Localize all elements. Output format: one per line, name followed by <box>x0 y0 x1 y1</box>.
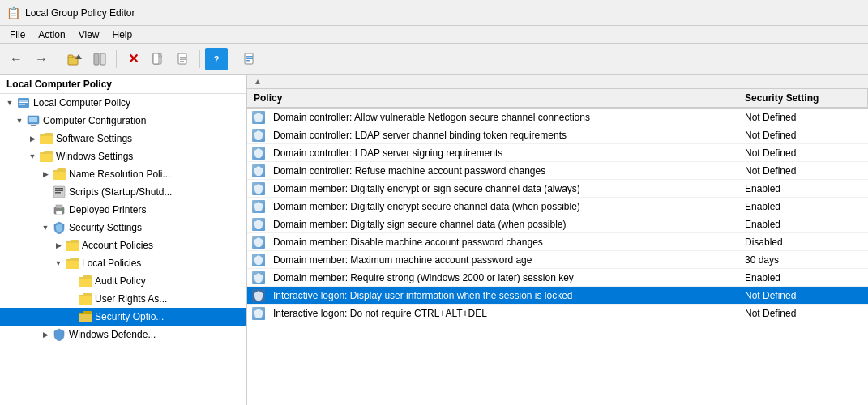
list-content[interactable]: Domain controller: Allow vulnerable Netl… <box>247 109 868 405</box>
folder-icon-windows <box>39 150 53 163</box>
expander-windows-defender[interactable]: ▶ <box>39 328 52 341</box>
svg-rect-30 <box>56 211 62 215</box>
defender-icon <box>52 328 66 341</box>
toolbar-separator-4 <box>233 50 233 68</box>
tree-label-local-policies: Local Policies <box>82 258 141 269</box>
policy-icon-12 <box>252 307 265 320</box>
row-icon-2 <box>247 129 270 142</box>
menu-help[interactable]: Help <box>106 28 139 42</box>
tree-item-scripts[interactable]: ▶ Scripts (Startup/Shutd... <box>0 183 246 201</box>
list-row-9[interactable]: Domain member: Maximum machine account p… <box>247 251 868 269</box>
printer-icon <box>52 203 66 216</box>
policy-icon-1 <box>252 111 265 124</box>
expander-local-computer[interactable]: ▼ <box>3 96 16 109</box>
expander-software-settings[interactable]: ▶ <box>26 132 39 145</box>
row-policy-name-7: Domain member: Digitally sign secure cha… <box>270 219 738 230</box>
row-security-val-11: Not Defined <box>738 290 868 301</box>
tree-label-security-options: Security Optio... <box>95 311 164 322</box>
policy-icon-10 <box>252 271 265 284</box>
import-button[interactable] <box>172 48 195 70</box>
tree-content[interactable]: ▼ Local Computer Policy ▼ Computer Confi… <box>0 94 246 405</box>
list-row-12[interactable]: Interactive logon: Do not require CTRL+A… <box>247 305 868 322</box>
tree-label-security-settings: Security Settings <box>69 222 142 233</box>
list-row-5[interactable]: Domain member: Digitally encrypt or sign… <box>247 180 868 198</box>
svg-rect-10 <box>180 58 186 60</box>
list-row-3[interactable]: Domain controller: LDAP server signing r… <box>247 144 868 162</box>
row-security-val-5: Enabled <box>738 183 868 194</box>
tree-item-user-rights[interactable]: ▶ User Rights As... <box>0 290 246 308</box>
row-security-val-9: 30 days <box>738 254 868 266</box>
export-button[interactable] <box>147 48 169 70</box>
delete-button[interactable]: ✕ <box>122 48 144 70</box>
help-button[interactable]: ? <box>205 48 228 70</box>
svg-rect-21 <box>29 117 37 122</box>
row-security-val-1: Not Defined <box>738 112 868 123</box>
tree-item-local-policies[interactable]: ▼ Local Policies <box>0 254 246 272</box>
row-security-val-2: Not Defined <box>738 130 868 141</box>
back-button[interactable]: ← <box>5 48 28 70</box>
show-hide-button[interactable] <box>88 48 111 70</box>
list-row-11[interactable]: Interactive logon: Display user informat… <box>247 287 868 305</box>
row-icon-9 <box>247 254 270 266</box>
toolbar-separator-3 <box>199 50 200 68</box>
tree-item-security-options[interactable]: ▶ Security Optio... <box>0 308 246 326</box>
sort-indicator-row: ▲ <box>247 75 868 89</box>
tree-item-software-settings[interactable]: ▶ Software Settings <box>0 130 246 147</box>
menu-view[interactable]: View <box>72 28 106 42</box>
menu-file[interactable]: File <box>3 28 32 42</box>
row-security-val-8: Disabled <box>738 237 868 248</box>
tree-item-windows-settings[interactable]: ▼ Windows Settings <box>0 147 246 165</box>
tree-item-security-settings[interactable]: ▼ Security Settings <box>0 219 246 237</box>
folder-icon-local-policies <box>65 257 79 270</box>
row-icon-12 <box>247 307 270 320</box>
svg-rect-14 <box>246 58 253 59</box>
row-icon-11 <box>247 289 270 302</box>
row-icon-10 <box>247 271 270 284</box>
policy-icon-8 <box>252 236 265 249</box>
list-row-2[interactable]: Domain controller: LDAP server channel b… <box>247 126 868 144</box>
folder-icon-name-res <box>52 168 66 181</box>
tree-label-account-policies: Account Policies <box>82 240 153 251</box>
svg-rect-1 <box>68 55 73 58</box>
svg-rect-29 <box>56 205 62 208</box>
properties-button[interactable] <box>238 48 261 70</box>
column-header-security[interactable]: Security Setting <box>738 89 868 107</box>
svg-rect-26 <box>55 190 63 192</box>
list-row-7[interactable]: Domain member: Digitally sign secure cha… <box>247 215 868 233</box>
policy-icon-9 <box>252 254 265 266</box>
list-row-4[interactable]: Domain controller: Refuse machine accoun… <box>247 162 868 180</box>
tree-item-deployed-printers[interactable]: ▶ Deployed Printers <box>0 201 246 219</box>
title-bar: 📋 Local Group Policy Editor <box>0 0 868 26</box>
app-title: Local Group Policy Editor <box>25 7 135 19</box>
tree-item-local-computer-policy[interactable]: ▼ Local Computer Policy <box>0 94 246 112</box>
row-policy-name-4: Domain controller: Refuse machine accoun… <box>270 165 738 177</box>
tree-label-windows-defender: Windows Defende... <box>69 329 156 340</box>
expander-computer-config[interactable]: ▼ <box>13 114 26 127</box>
tree-item-name-resolution[interactable]: ▶ Name Resolution Poli... <box>0 165 246 183</box>
expander-account-policies[interactable]: ▶ <box>52 239 65 252</box>
up-button[interactable] <box>63 48 86 70</box>
list-row-10[interactable]: Domain member: Require strong (Windows 2… <box>247 269 868 287</box>
tree-label-scripts: Scripts (Startup/Shutd... <box>69 186 172 198</box>
row-icon-3 <box>247 147 270 160</box>
column-header-policy[interactable]: Policy <box>247 89 738 107</box>
list-row-8[interactable]: Domain member: Disable machine account p… <box>247 233 868 251</box>
tree-item-computer-config[interactable]: ▼ Computer Configuration <box>0 112 246 130</box>
list-row-1[interactable]: Domain controller: Allow vulnerable Netl… <box>247 109 868 126</box>
menu-action[interactable]: Action <box>32 28 71 42</box>
policy-icon-6 <box>252 200 265 213</box>
tree-item-audit-policy[interactable]: ▶ Audit Policy <box>0 272 246 290</box>
expander-name-resolution[interactable]: ▶ <box>39 168 52 181</box>
forward-button[interactable]: → <box>30 48 53 70</box>
policy-icon-7 <box>252 218 265 231</box>
row-policy-name-6: Domain member: Digitally encrypt secure … <box>270 201 738 212</box>
expander-security-settings[interactable]: ▼ <box>39 221 52 234</box>
list-row-6[interactable]: Domain member: Digitally encrypt secure … <box>247 198 868 215</box>
tree-item-account-policies[interactable]: ▶ Account Policies <box>0 237 246 254</box>
tree-item-windows-defender[interactable]: ▶ Windows Defende... <box>0 326 246 343</box>
tree-label-software-settings: Software Settings <box>56 133 132 144</box>
expander-local-policies[interactable]: ▼ <box>52 257 65 270</box>
expander-windows-settings[interactable]: ▼ <box>26 150 39 163</box>
svg-rect-13 <box>246 56 253 58</box>
svg-rect-11 <box>180 61 184 62</box>
